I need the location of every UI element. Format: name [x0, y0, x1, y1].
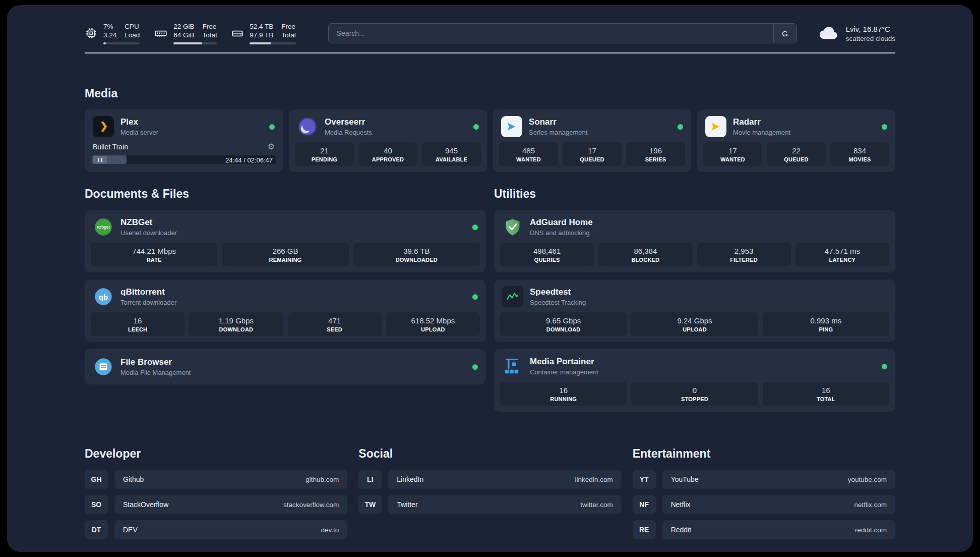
- memory-label-2: Total: [203, 31, 217, 39]
- section-utilities: Utilities: [494, 187, 895, 412]
- bookmark-abbr[interactable]: YT: [633, 470, 656, 489]
- app-name: Sonarr: [529, 117, 671, 127]
- stat-tile: 9.24 Gbps UPLOAD: [631, 312, 758, 336]
- plex-icon: [93, 116, 114, 137]
- bookmark-link[interactable]: Twitter twitter.com: [388, 495, 621, 514]
- app-name: Media Portainer: [530, 357, 875, 367]
- cpu-label-2: Load: [125, 31, 140, 39]
- app-subtitle: Media File Management: [120, 369, 466, 376]
- bookmark-abbr[interactable]: DT: [85, 520, 108, 539]
- section-title-documents: Documents & Files: [85, 187, 486, 201]
- bookmark-abbr[interactable]: TW: [358, 495, 382, 514]
- section-title-social: Social: [358, 447, 621, 461]
- stat-tile: 86,384 BLOCKED: [598, 243, 692, 266]
- header-divider: [85, 52, 895, 53]
- app-card-portainer[interactable]: Media Portainer Container management 16 …: [494, 349, 895, 412]
- memory-icon: [154, 27, 168, 40]
- section-social: Social LI LinkedIn linkedin.com TW Twitt…: [358, 447, 621, 539]
- bookmark-abbr[interactable]: SO: [85, 495, 108, 514]
- svg-text:nzbget: nzbget: [97, 225, 110, 230]
- bookmark-link[interactable]: YouTube youtube.com: [662, 470, 895, 489]
- disk-label-2: Total: [281, 31, 296, 39]
- section-title-utilities: Utilities: [494, 187, 895, 201]
- stat-tile: 0.993 ms PING: [763, 312, 889, 336]
- app-card-adguard[interactable]: AdGuard Home DNS and adblocking 498,461 …: [494, 210, 895, 272]
- stat-tile: 618.52 Mbps UPLOAD: [386, 312, 480, 336]
- bookmark-row-reddit: RE Reddit reddit.com: [633, 520, 895, 539]
- status-dot: [882, 364, 887, 369]
- search-engine-button[interactable]: G: [773, 24, 797, 43]
- gear-icon[interactable]: ⚙: [268, 143, 275, 151]
- bookmark-link[interactable]: Reddit reddit.com: [662, 520, 895, 539]
- app-card-overseerr[interactable]: Overseerr Media Requests 21 PENDING 40 A…: [289, 109, 487, 172]
- status-dot: [882, 124, 887, 130]
- disk-label-1: Free: [281, 22, 296, 31]
- bookmark-link[interactable]: LinkedIn linkedin.com: [388, 470, 621, 489]
- bookmark-row-github: GH Github github.com: [85, 470, 347, 489]
- bookmark-link[interactable]: DEV dev.to: [114, 520, 347, 539]
- app-name: File Browser: [120, 357, 466, 367]
- disk-widget: 52.4 TB 97.9 TB Free Total: [231, 22, 296, 44]
- status-dot: [269, 124, 275, 130]
- cpu-label-1: CPU: [125, 22, 140, 31]
- app-subtitle: Movie management: [733, 129, 875, 136]
- cpu-percent: 7%: [103, 22, 116, 31]
- app-card-filebrowser[interactable]: File Browser Media File Management: [85, 349, 486, 384]
- app-card-nzbget[interactable]: nzbget NZBGet Usenet downloader 744.21 M…: [85, 210, 486, 272]
- status-dot: [473, 124, 479, 130]
- section-media: Media Plex Media server Bullet Train ⚙: [85, 87, 895, 172]
- bookmark-abbr[interactable]: NF: [633, 495, 656, 514]
- bookmark-abbr[interactable]: GH: [85, 470, 108, 489]
- disk-meter: [250, 42, 296, 44]
- status-dot: [472, 364, 478, 370]
- bookmark-abbr[interactable]: LI: [358, 470, 382, 489]
- pause-button[interactable]: [93, 156, 107, 163]
- adguard-icon: [502, 216, 523, 238]
- cpu-chip-icon: [85, 27, 98, 40]
- status-dot: [678, 124, 683, 130]
- stat-tile: 471 SEED: [288, 312, 382, 336]
- bookmark-row-youtube: YT YouTube youtube.com: [633, 470, 895, 489]
- bookmark-link[interactable]: Netflix netflix.com: [662, 495, 895, 514]
- stat-tile: 1.19 Gbps DOWNLOAD: [189, 312, 283, 336]
- hard-drive-icon: [231, 27, 244, 40]
- memory-meter: [173, 42, 217, 44]
- now-playing-title: Bullet Train: [93, 143, 128, 151]
- disk-total: 97.9 TB: [250, 31, 273, 39]
- section-entertainment: Entertainment YT YouTube youtube.com NF …: [633, 447, 895, 539]
- radarr-icon: [705, 116, 726, 137]
- app-subtitle: Media server: [120, 129, 263, 136]
- bookmark-row-twitter: TW Twitter twitter.com: [358, 495, 621, 514]
- bookmark-abbr[interactable]: RE: [633, 520, 656, 539]
- bookmark-link[interactable]: Github github.com: [114, 470, 347, 489]
- screenshot-frame: 7% 3.24 CPU Load: [0, 0, 980, 557]
- app-card-plex[interactable]: Plex Media server Bullet Train ⚙ 24:44 /…: [85, 109, 283, 172]
- app-subtitle: Media Requests: [325, 129, 467, 136]
- app-card-sonarr[interactable]: Sonarr Series management 485 WANTED 17 Q…: [493, 109, 691, 172]
- playback-progress-bar[interactable]: 24:44 / 02:06:47: [92, 154, 276, 165]
- app-subtitle: Torrent downloader: [120, 299, 466, 306]
- stat-tile: 47.571 ms LATENCY: [795, 243, 889, 266]
- status-dot: [472, 225, 478, 230]
- status-dot: [472, 294, 478, 300]
- stat-tile: 0 STOPPED: [631, 382, 758, 406]
- disk-free: 52.4 TB: [250, 22, 273, 31]
- stat-tile: 744.21 Mbps RATE: [91, 243, 217, 266]
- app-card-radarr[interactable]: Radarr Movie management 17 WANTED 22 QUE…: [697, 109, 895, 172]
- app-name: qBittorrent: [120, 287, 466, 297]
- app-name: NZBGet: [120, 217, 466, 228]
- dashboard: 7% 3.24 CPU Load: [7, 5, 973, 552]
- search-bar: G: [328, 23, 797, 43]
- search-input[interactable]: [329, 24, 773, 43]
- app-card-qbittorrent[interactable]: qb qBittorrent Torrent downloader 16 LEE…: [85, 280, 486, 342]
- qbittorrent-icon: qb: [93, 286, 114, 307]
- app-card-speedtest[interactable]: Speedtest Speedtest Tracking 9.65 Gbps D…: [494, 280, 895, 342]
- stat-tile: 945 AVAILABLE: [422, 142, 481, 166]
- svg-text:qb: qb: [99, 293, 108, 301]
- stat-tile: 834 MOVIES: [830, 142, 889, 166]
- overseerr-icon: [297, 116, 318, 137]
- bookmark-link[interactable]: StackOverflow stackoverflow.com: [114, 495, 347, 514]
- app-subtitle: Container management: [530, 368, 875, 376]
- bookmark-row-dev: DT DEV dev.to: [85, 520, 347, 539]
- section-title-entertainment: Entertainment: [633, 447, 895, 461]
